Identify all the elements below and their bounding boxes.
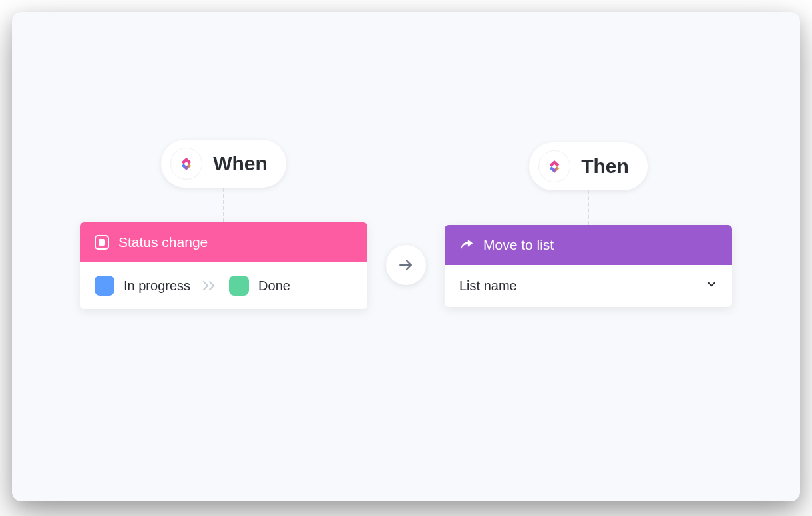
chevron-down-icon bbox=[706, 278, 717, 293]
trigger-card-body: In progress Done bbox=[80, 262, 367, 309]
action-card-header: Move to list bbox=[445, 225, 732, 265]
when-label: When bbox=[213, 152, 268, 175]
connector-line bbox=[223, 188, 224, 222]
flow-arrow bbox=[386, 245, 426, 285]
connector-line bbox=[588, 190, 589, 225]
automation-diagram: When Status change In progress bbox=[12, 12, 800, 501]
list-select[interactable]: List name bbox=[459, 278, 717, 294]
trigger-title: Status change bbox=[118, 234, 208, 250]
when-column: When Status change In progress bbox=[80, 140, 367, 309]
share-arrow-icon bbox=[459, 238, 474, 252]
then-column: Then Move to list List name bbox=[445, 142, 732, 307]
status-square-icon bbox=[95, 235, 109, 250]
then-pill: Then bbox=[529, 142, 648, 190]
trigger-card-header: Status change bbox=[80, 222, 367, 262]
action-card[interactable]: Move to list List name bbox=[445, 225, 732, 307]
when-pill: When bbox=[161, 140, 286, 188]
status-to-label: Done bbox=[258, 278, 290, 294]
action-card-body: List name bbox=[445, 265, 732, 307]
arrow-right-icon bbox=[397, 256, 415, 274]
status-from-label: In progress bbox=[124, 278, 190, 294]
list-select-label: List name bbox=[459, 278, 517, 294]
flow-row: When Status change In progress bbox=[12, 140, 800, 309]
clickup-logo-icon bbox=[538, 150, 570, 182]
clickup-logo-icon bbox=[170, 148, 202, 180]
then-label: Then bbox=[581, 155, 629, 178]
status-color-from bbox=[95, 276, 114, 296]
action-title: Move to list bbox=[483, 237, 554, 253]
trigger-card[interactable]: Status change In progress Done bbox=[80, 222, 367, 309]
status-color-to bbox=[229, 276, 249, 296]
chevron-right-double-icon bbox=[202, 280, 217, 292]
